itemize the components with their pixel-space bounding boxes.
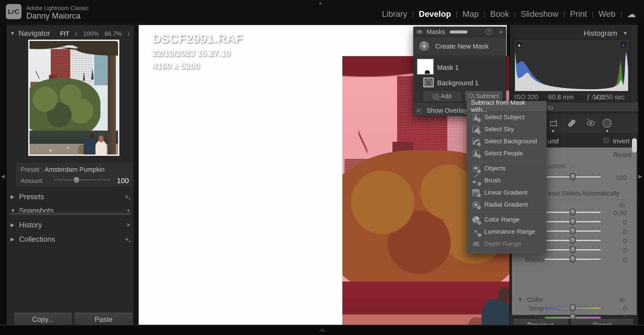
- module-library[interactable]: Library: [382, 10, 407, 19]
- app-title: Adobe Lightroom Classic: [26, 5, 88, 12]
- photo-datetime: 22/10/2023 15.27.10: [152, 48, 243, 58]
- menu-item-brush[interactable]: Brush: [467, 174, 546, 186]
- left-panel: ▼ Navigator FIT ▲▼ 100% 66.7% ▲▼: [6, 25, 134, 332]
- photo-dimensions: 4160 x 5200: [152, 61, 243, 71]
- slider-thumb[interactable]: [570, 218, 576, 225]
- healing-tool-icon[interactable]: [568, 120, 576, 125]
- menu-item-luminance-range[interactable]: ☀ Luminance Range: [467, 226, 546, 238]
- masks-eye-icon[interactable]: [416, 30, 422, 34]
- background1-thumbnail[interactable]: [424, 78, 434, 87]
- effect-stepper[interactable]: ▲▼: [572, 164, 574, 168]
- menu-item-depth-range: Depth Range: [467, 238, 546, 250]
- slider-thumb[interactable]: [570, 208, 576, 216]
- invert-checkbox[interactable]: [604, 138, 609, 143]
- snapshots-empty-strip: [9, 212, 132, 215]
- menu-item-radial-gradient[interactable]: Radial Gradient: [467, 198, 546, 211]
- section-collections[interactable]: ▶ Collections +▾: [6, 233, 134, 246]
- auto-reset-fragment[interactable]: eset Sliders Automatically: [548, 190, 619, 197]
- masking-tool-active-dot: [606, 130, 608, 132]
- mask-reset-link[interactable]: Reset: [613, 151, 632, 159]
- create-new-mask-row[interactable]: + Create New Mask: [414, 38, 506, 55]
- section-presets[interactable]: ▶ Presets +▾: [6, 190, 134, 203]
- mask-name-fragment: und: [548, 137, 559, 145]
- module-print[interactable]: Print: [570, 10, 587, 19]
- menu-item-linear-gradient[interactable]: Linear Gradient: [467, 186, 546, 198]
- menu-item-select-people[interactable]: Select People: [467, 147, 546, 160]
- masks-panel-header[interactable]: Masks ? »: [414, 27, 506, 37]
- module-web[interactable]: Web: [598, 10, 616, 19]
- preset-name: Amsterdam Pumpkin: [44, 166, 104, 173]
- expand-icon[interactable]: ▶: [10, 236, 19, 242]
- masks-drag-handle[interactable]: [450, 30, 468, 34]
- menu-item-select-background[interactable]: Select Background: [467, 135, 546, 147]
- create-mask-plus-icon[interactable]: +: [418, 40, 430, 52]
- navigator-header[interactable]: ▼ Navigator: [10, 29, 50, 38]
- crop-tool-icon[interactable]: [549, 120, 557, 127]
- show-overlay-row[interactable]: ✔ Show Overlay: [416, 107, 467, 114]
- effect-row[interactable]: ustom ▲▼: [548, 162, 574, 170]
- shadow-clipping-indicator[interactable]: ▲: [516, 41, 523, 49]
- histogram-collapse-icon[interactable]: ▼: [622, 30, 628, 36]
- clear-history-button[interactable]: ×: [126, 221, 130, 229]
- photo-filename: DSCF2991.RAF: [152, 31, 243, 45]
- menu-title: Subtract from Mask with...: [467, 101, 546, 111]
- section-history[interactable]: ▶ History ×: [6, 219, 134, 231]
- lightroom-logo: LrC: [6, 4, 22, 19]
- mask-amount-thumb[interactable]: [570, 173, 576, 180]
- select-subject-icon: [472, 114, 480, 120]
- temp-thumb[interactable]: [570, 304, 576, 311]
- menu-item-objects[interactable]: Objects: [467, 162, 546, 174]
- color-section-header[interactable]: ▼ Color: [518, 296, 543, 304]
- amount-slider-track[interactable]: [53, 179, 111, 181]
- navigator-title: Navigator: [18, 29, 50, 38]
- histogram-header[interactable]: Histogram ▼: [584, 29, 628, 38]
- zoom-custom-stepper[interactable]: ▲▼: [128, 32, 130, 36]
- highlight-clipping-indicator[interactable]: ▲: [620, 41, 627, 49]
- zoom-100[interactable]: 100%: [83, 30, 98, 37]
- radial-gradient-icon: [472, 201, 480, 208]
- navigator-collapse-icon[interactable]: ▼: [10, 30, 15, 36]
- module-book[interactable]: Book: [490, 10, 509, 19]
- masks-dock-icon[interactable]: »: [499, 28, 503, 35]
- menu-item-select-sky[interactable]: Select Sky: [467, 123, 546, 135]
- cloud-sync-icon[interactable]: ☁: [627, 9, 636, 19]
- slider-thumb[interactable]: [570, 246, 576, 253]
- branch-line: [56, 48, 96, 51]
- expand-icon[interactable]: ▶: [10, 222, 19, 228]
- left-panel-gutter: ◀: [0, 22, 6, 335]
- color-section-eye-icon[interactable]: [619, 298, 625, 302]
- module-develop[interactable]: Develop: [419, 10, 451, 19]
- expand-icon[interactable]: ▶: [10, 194, 19, 200]
- right-edge-grip: [632, 25, 637, 137]
- slider-thumb[interactable]: [570, 236, 576, 244]
- color-collapse-icon[interactable]: ▼: [518, 297, 522, 302]
- show-left-panel-arrow[interactable]: ◀: [1, 174, 5, 179]
- module-map[interactable]: Map: [463, 10, 479, 19]
- zoom-fit-stepper[interactable]: ▲▼: [75, 32, 78, 36]
- mask1-thumbnail[interactable]: [417, 59, 434, 74]
- mask1-label[interactable]: Mask 1: [437, 64, 459, 71]
- menu-item-color-range[interactable]: Color Range: [467, 214, 546, 226]
- zoom-custom[interactable]: 66.7%: [105, 30, 122, 37]
- background1-label[interactable]: Background 1: [437, 79, 478, 87]
- right-panel-scrollbar[interactable]: [632, 138, 637, 152]
- slider-thumb[interactable]: [570, 256, 576, 262]
- show-overlay-checkbox[interactable]: ✔: [416, 108, 422, 113]
- light-section-eye-icon[interactable]: [619, 203, 625, 207]
- masks-help-icon[interactable]: ?: [486, 28, 492, 35]
- slider-thumb[interactable]: [570, 227, 576, 234]
- add-preset-button[interactable]: +▾: [125, 193, 130, 200]
- red-eye-tool-icon[interactable]: [587, 120, 594, 126]
- add-button[interactable]: Add: [424, 92, 461, 101]
- show-filmstrip-arrow[interactable]: [318, 328, 326, 332]
- navigator-preview[interactable]: [28, 39, 120, 156]
- module-slideshow[interactable]: Slideshow: [520, 10, 558, 19]
- amount-label: Amount: [20, 177, 42, 184]
- add-collection-button[interactable]: +▾: [125, 236, 130, 243]
- collapse-top-panel-arrow[interactable]: ▲: [318, 1, 322, 5]
- zoom-fit[interactable]: FIT: [60, 30, 69, 37]
- amount-slider-thumb[interactable]: [73, 176, 80, 184]
- masking-tool-icon[interactable]: [603, 120, 612, 128]
- focal-length: 60.8 mm: [548, 94, 574, 101]
- show-right-panel-arrow[interactable]: ▶: [638, 174, 642, 179]
